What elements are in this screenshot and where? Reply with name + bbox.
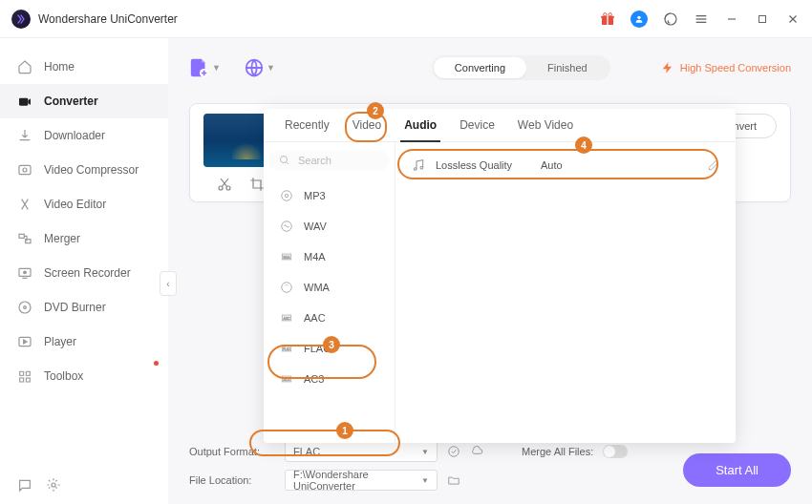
svg-point-50 — [420, 166, 423, 169]
edit-icon[interactable] — [707, 158, 720, 172]
high-speed-button[interactable]: High Speed Conversion — [661, 61, 791, 74]
svg-rect-11 — [759, 15, 766, 22]
segment-converting[interactable]: Converting — [434, 57, 526, 78]
tab-web-video[interactable]: Web Video — [506, 109, 585, 141]
svg-rect-26 — [26, 371, 30, 375]
add-file-button[interactable]: ▼ — [189, 57, 221, 78]
output-format-select[interactable]: FLAC ▼ — [285, 441, 438, 462]
svg-point-42 — [282, 283, 292, 293]
gift-icon[interactable] — [600, 11, 615, 27]
svg-point-38 — [285, 194, 288, 198]
toolbar: ▼ ▼ Converting Finished High Speed Conve… — [189, 50, 791, 86]
titlebar: Wondershare UniConverter — [0, 0, 812, 38]
callout-num-1: 1 — [336, 422, 353, 439]
svg-point-22 — [19, 302, 31, 313]
quality-lossless[interactable]: Lossless Quality Auto — [395, 150, 736, 180]
merge-label: Merge All Files: — [522, 446, 593, 457]
format-ac3[interactable]: AC3AC3 — [269, 364, 389, 394]
sidebar-item-compressor[interactable]: Video Compressor — [0, 153, 168, 187]
sidebar-item-downloader[interactable]: Downloader — [0, 118, 168, 153]
sidebar-label: Merger — [44, 232, 80, 245]
format-wav[interactable]: WAV — [269, 211, 389, 242]
sidebar-label: Video Editor — [44, 198, 106, 211]
sidebar-label: DVD Burner — [44, 301, 106, 314]
sidebar-item-screen-recorder[interactable]: Screen Recorder — [0, 256, 168, 290]
editor-icon — [17, 197, 32, 212]
tab-audio[interactable]: Audio — [393, 109, 448, 141]
notification-dot — [154, 361, 159, 366]
window-minimize[interactable] — [724, 11, 739, 27]
svg-point-5 — [637, 15, 640, 18]
svg-line-36 — [287, 162, 289, 165]
support-icon[interactable] — [663, 11, 678, 27]
toolbox-icon — [17, 368, 32, 384]
svg-point-34 — [449, 447, 459, 457]
sidebar-label: Toolbox — [44, 369, 83, 383]
svg-point-16 — [23, 168, 27, 172]
cloud-icon[interactable] — [470, 445, 483, 458]
trim-icon[interactable] — [217, 177, 232, 192]
player-icon — [17, 334, 32, 349]
sidebar-item-converter[interactable]: Converter — [0, 84, 168, 118]
compressor-icon — [17, 162, 32, 178]
format-search[interactable]: Search — [269, 150, 389, 171]
sidebar-item-dvd[interactable]: DVD Burner — [0, 290, 168, 325]
crop-icon[interactable] — [249, 177, 265, 192]
feedback-icon[interactable] — [17, 477, 32, 493]
chevron-down-icon: ▼ — [421, 448, 429, 456]
svg-rect-25 — [20, 371, 24, 375]
svg-point-3 — [604, 12, 607, 15]
svg-point-37 — [282, 191, 292, 201]
callout-num-2: 2 — [367, 102, 384, 119]
file-location-select[interactable]: F:\Wondershare UniConverter ▼ — [285, 470, 438, 491]
svg-rect-27 — [20, 378, 24, 382]
callout-num-4: 4 — [575, 136, 592, 154]
menu-icon[interactable] — [694, 11, 709, 27]
start-all-button[interactable]: Start All — [683, 453, 791, 487]
sidebar-item-merger[interactable]: Merger — [0, 221, 168, 256]
recorder-icon — [17, 265, 32, 281]
format-aac[interactable]: AACAAC — [269, 303, 389, 333]
dropdown-tabs: Recently Video Audio Device Web Video — [264, 109, 736, 142]
format-icon: AAC — [279, 311, 294, 325]
window-maximize[interactable] — [755, 11, 770, 27]
sidebar-item-home[interactable]: Home — [0, 50, 168, 84]
output-format-label: Output Format: — [189, 446, 275, 457]
search-icon — [279, 155, 290, 166]
quality-panel: Lossless Quality Auto — [395, 142, 736, 443]
sidebar: Home Converter Downloader Video Compress… — [0, 38, 168, 504]
format-m4a[interactable]: M4AM4A — [269, 242, 389, 272]
chevron-down-icon: ▼ — [267, 63, 275, 73]
format-icon — [279, 281, 294, 294]
download-icon — [17, 128, 32, 143]
tab-device[interactable]: Device — [448, 109, 506, 141]
high-speed-label: High Speed Conversion — [680, 62, 791, 74]
folder-icon[interactable] — [447, 473, 460, 487]
sidebar-label: Home — [44, 60, 75, 74]
sidebar-label: Downloader — [44, 129, 105, 142]
svg-rect-2 — [607, 15, 608, 24]
svg-point-29 — [52, 483, 55, 487]
user-avatar-icon[interactable] — [630, 10, 648, 28]
segment-finished[interactable]: Finished — [526, 57, 609, 78]
add-url-button[interactable]: ▼ — [244, 57, 275, 78]
merge-toggle[interactable] — [603, 445, 628, 458]
format-list: Search MP3 WAV M4AM4A WMA AACAAC FLACFLA… — [264, 142, 395, 443]
svg-rect-28 — [26, 378, 30, 382]
format-icon: FLAC — [279, 342, 294, 355]
settings-icon[interactable] — [46, 477, 61, 493]
hardware-accel-icon[interactable] — [447, 445, 460, 458]
tab-recently[interactable]: Recently — [273, 109, 341, 141]
merger-icon — [17, 231, 32, 246]
sidebar-item-player[interactable]: Player — [0, 325, 168, 359]
format-icon — [279, 189, 294, 202]
svg-point-49 — [414, 168, 417, 171]
format-wma[interactable]: WMA — [269, 272, 389, 303]
svg-text:AC3: AC3 — [284, 378, 290, 382]
sidebar-item-editor[interactable]: Video Editor — [0, 187, 168, 221]
bottom-bar: Output Format: FLAC ▼ Merge All Files: F… — [189, 433, 791, 504]
window-close[interactable] — [785, 11, 801, 27]
file-location-label: File Location: — [189, 474, 275, 486]
format-mp3[interactable]: MP3 — [269, 180, 389, 211]
sidebar-item-toolbox[interactable]: Toolbox — [0, 359, 168, 393]
